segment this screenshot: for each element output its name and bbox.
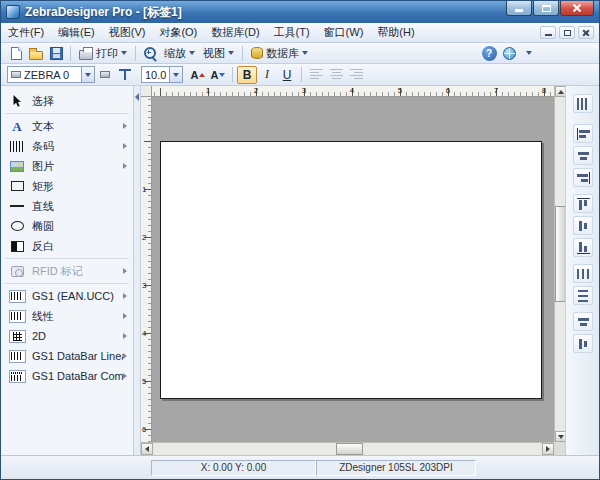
separator <box>232 67 233 82</box>
font-dropdown-button[interactable] <box>81 67 94 82</box>
align-objects-center-h-button[interactable] <box>573 146 593 165</box>
align-objects-bottom-button[interactable] <box>573 238 593 257</box>
toolbox-item-label: 直线 <box>32 199 54 214</box>
close-button[interactable] <box>560 1 594 16</box>
horizontal-ruler: 1 2 3 4 5 6 7 8 <box>152 86 554 97</box>
online-help-button[interactable] <box>499 44 519 62</box>
inverse-icon <box>8 239 26 253</box>
line-icon <box>8 199 26 213</box>
close-icon <box>582 29 590 37</box>
globe-icon <box>503 47 516 60</box>
toolbox-item-text[interactable]: A 文本 <box>1 116 133 136</box>
menu-help[interactable]: 帮助(H) <box>370 22 421 43</box>
chevron-right-icon <box>123 353 127 359</box>
chevron-right-icon <box>123 268 127 274</box>
truetype-fonts-toggle-button[interactable] <box>115 66 135 84</box>
align-objects-middle-button[interactable] <box>573 216 593 235</box>
italic-button[interactable]: I <box>257 66 277 84</box>
toolbox-item-label: 反白 <box>32 239 54 254</box>
align-text-right-button[interactable] <box>346 66 366 84</box>
printer-fonts-toggle-button[interactable] <box>95 66 115 84</box>
toolbox-item-gs1-databar-linear[interactable]: GS1 DataBar Linear <box>1 346 133 366</box>
print-dropdown-button[interactable]: 打印 <box>75 44 131 62</box>
menu-database[interactable]: 数据库(D) <box>204 22 266 43</box>
menu-tools[interactable]: 工具(T) <box>267 22 317 43</box>
toolbox-item-linear[interactable]: 线性 <box>1 306 133 326</box>
open-button[interactable] <box>26 44 46 62</box>
distribute-horizontal-button[interactable] <box>573 264 593 283</box>
horizontal-scrollbar[interactable] <box>141 442 554 455</box>
label-page[interactable] <box>160 141 542 399</box>
close-icon <box>572 3 582 13</box>
toolbox-item-barcode[interactable]: 条码 <box>1 136 133 156</box>
decrease-font-button[interactable]: A <box>208 66 228 84</box>
center-on-label-h-button[interactable] <box>573 312 593 331</box>
toolbox-item-select[interactable]: 选择 <box>1 91 133 111</box>
zoom-in-button[interactable] <box>140 44 160 62</box>
align-text-left-button[interactable] <box>306 66 326 84</box>
toolbox-item-rfid[interactable]: RFID 标记 <box>1 261 133 281</box>
plus-icon <box>147 52 151 53</box>
menu-object[interactable]: 对象(O) <box>152 22 204 43</box>
toolbar-options-button[interactable] <box>519 44 539 62</box>
design-canvas[interactable] <box>152 97 554 442</box>
align-text-center-button[interactable] <box>326 66 346 84</box>
scroll-right-button[interactable] <box>542 443 554 455</box>
chevron-down-icon <box>189 51 195 55</box>
toolbox-item-2d[interactable]: 2D <box>1 326 133 346</box>
rectangle-icon <box>8 179 26 193</box>
toolbox-item-gs1-databar-composite[interactable]: GS1 DataBar Composite <box>1 366 133 386</box>
toolbox-item-label: 椭圆 <box>32 219 54 234</box>
ellipse-icon <box>8 219 26 233</box>
new-document-button[interactable] <box>6 44 26 62</box>
align-right-icon <box>350 69 363 80</box>
chevron-down-icon <box>526 51 532 55</box>
align-center-icon <box>330 69 343 80</box>
horizontal-scroll-thumb[interactable] <box>336 443 363 455</box>
zoom-dropdown-button[interactable]: 缩放 <box>160 44 199 62</box>
center-on-label-v-button[interactable] <box>573 334 593 353</box>
vertical-ruler: 1 2 3 4 5 6 <box>141 97 152 442</box>
menu-view[interactable]: 视图(V) <box>102 22 153 43</box>
view-dropdown-button[interactable]: 视图 <box>199 44 238 62</box>
menu-file[interactable]: 文件(F) <box>1 22 51 43</box>
document-restore-button[interactable] <box>559 26 575 39</box>
ruler-number-v: 4 <box>142 329 146 338</box>
columns-button[interactable] <box>573 94 593 113</box>
menu-edit[interactable]: 编辑(E) <box>51 22 102 43</box>
align-objects-right-button[interactable] <box>573 168 593 187</box>
toolbox-item-rectangle[interactable]: 矩形 <box>1 176 133 196</box>
scroll-left-button[interactable] <box>141 443 153 455</box>
toolbox-splitter[interactable] <box>134 86 141 455</box>
font-size-combobox[interactable]: 10.0 <box>141 66 183 83</box>
menu-window[interactable]: 窗口(W) <box>317 22 371 43</box>
font-combobox[interactable]: ZEBRA 0 <box>7 66 95 83</box>
underline-button[interactable]: U <box>277 66 297 84</box>
toolbox-item-inverse[interactable]: 反白 <box>1 236 133 256</box>
bold-button[interactable]: B <box>237 66 257 84</box>
title-bar[interactable]: ZebraDesigner Pro - [标签1] <box>1 1 599 23</box>
save-button[interactable] <box>46 44 66 62</box>
maximize-button[interactable] <box>533 1 559 16</box>
vertical-scrollbar[interactable] <box>554 86 565 442</box>
document-minimize-button[interactable] <box>540 26 556 39</box>
toolbox-item-picture[interactable]: 图片 <box>1 156 133 176</box>
help-button[interactable]: ? <box>479 44 499 62</box>
font-size-dropdown-button[interactable] <box>169 67 182 82</box>
toolbox-item-ellipse[interactable]: 椭圆 <box>1 216 133 236</box>
minimize-button[interactable] <box>506 1 532 16</box>
align-objects-left-button[interactable] <box>573 124 593 143</box>
document-close-button[interactable] <box>578 26 594 39</box>
toolbox-item-line[interactable]: 直线 <box>1 196 133 216</box>
increase-font-button[interactable]: A <box>188 66 208 84</box>
ruler-number-h: 1 <box>206 86 210 95</box>
menu-bar: 文件(F) 编辑(E) 视图(V) 对象(O) 数据库(D) 工具(T) 窗口(… <box>1 23 599 43</box>
database-dropdown-button[interactable]: 数据库 <box>247 44 312 62</box>
picture-icon <box>8 159 26 173</box>
align-objects-top-button[interactable] <box>573 194 593 213</box>
distribute-vertical-button[interactable] <box>573 286 593 305</box>
toolbox-item-gs1-eanucc[interactable]: GS1 (EAN.UCC) <box>1 286 133 306</box>
chevron-right-icon <box>123 123 127 129</box>
databar-linear-icon <box>8 349 26 363</box>
printer-icon <box>100 71 110 78</box>
